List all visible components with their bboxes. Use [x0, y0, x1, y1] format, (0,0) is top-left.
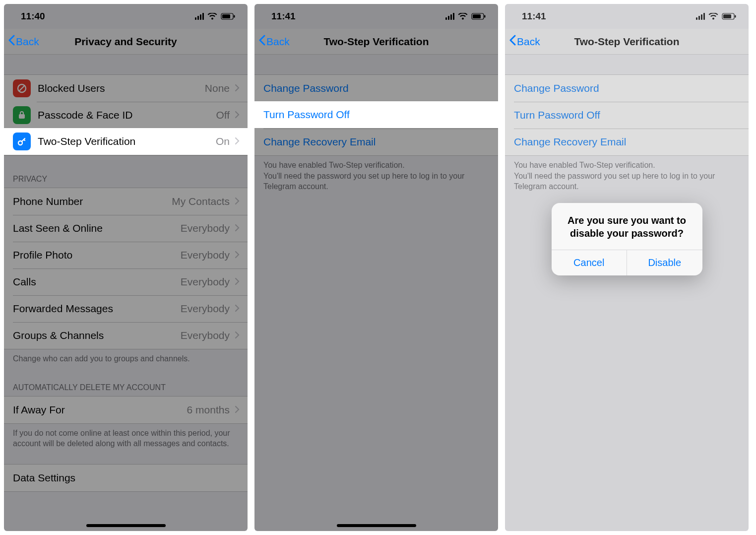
- battery-icon: [722, 13, 737, 20]
- svg-rect-5: [19, 114, 25, 119]
- profile-photo-row[interactable]: Profile Photo Everybody: [4, 242, 248, 268]
- chevron-right-icon: [235, 276, 240, 288]
- cell-label: Turn Password Off: [514, 109, 741, 121]
- cellular-icon: [696, 13, 705, 20]
- svg-line-4: [19, 86, 24, 91]
- change-recovery-email-row[interactable]: Change Recovery Email: [505, 129, 749, 155]
- screen-disable-alert: 11:41 Back Two-Step Verification Change …: [505, 4, 749, 531]
- status-indicators: [195, 13, 236, 20]
- cell-value: Off: [216, 109, 230, 121]
- cell-label: Passcode & Face ID: [38, 109, 216, 121]
- cell-label: Blocked Users: [38, 82, 205, 94]
- nav-bar: Back Privacy and Security: [4, 29, 248, 55]
- group-footer: You have enabled Two-Step verification. …: [254, 156, 498, 192]
- screen-two-step: 11:41 Back Two-Step Verification Change …: [254, 4, 498, 531]
- nav-bar: Back Two-Step Verification: [505, 29, 749, 55]
- svg-rect-12: [723, 14, 731, 18]
- cell-label: Change Password: [514, 82, 741, 94]
- data-settings-row[interactable]: Data Settings: [4, 465, 248, 491]
- turn-password-off-row[interactable]: Turn Password Off: [505, 102, 749, 129]
- cell-value: Everybody: [181, 222, 230, 234]
- turn-password-off-highlight[interactable]: Turn Password Off: [254, 101, 498, 128]
- wifi-icon: [708, 13, 718, 20]
- calls-row[interactable]: Calls Everybody: [4, 268, 248, 295]
- svg-rect-1: [222, 14, 230, 18]
- back-label: Back: [16, 36, 39, 48]
- back-label: Back: [517, 36, 540, 48]
- cell-label: Profile Photo: [13, 249, 181, 261]
- alert-cancel-button[interactable]: Cancel: [552, 250, 627, 275]
- cell-label: Calls: [13, 276, 181, 288]
- change-password-row[interactable]: Change Password: [254, 75, 498, 102]
- cell-label: Change Password: [263, 82, 490, 94]
- cell-value: Everybody: [181, 276, 230, 288]
- status-time: 11:41: [522, 11, 546, 22]
- chevron-right-icon: [235, 109, 240, 121]
- cellular-icon: [445, 13, 454, 20]
- lock-icon: [13, 106, 31, 124]
- cell-value: Everybody: [181, 330, 230, 341]
- cell-label: Change Recovery Email: [514, 136, 741, 148]
- chevron-left-icon: [258, 35, 265, 48]
- svg-rect-9: [473, 14, 481, 18]
- groups-channels-row[interactable]: Groups & Channels Everybody: [4, 322, 248, 349]
- auto-delete-group: AUTOMATICALLY DELETE MY ACCOUNT If Away …: [4, 383, 248, 449]
- change-recovery-email-row[interactable]: Change Recovery Email: [254, 129, 498, 155]
- group-footer: If you do not come online at least once …: [4, 424, 248, 449]
- home-indicator: [337, 524, 416, 527]
- key-icon: [13, 133, 31, 150]
- page-title: Two-Step Verification: [505, 36, 749, 48]
- wifi-icon: [207, 13, 217, 20]
- cell-label: Forwarded Messages: [13, 303, 181, 315]
- alert-disable-button[interactable]: Disable: [627, 250, 702, 275]
- cell-value: 6 months: [187, 404, 230, 416]
- svg-rect-13: [735, 15, 736, 18]
- screen-privacy-security: 11:40 Back Privacy and Security: [4, 4, 248, 531]
- group-header: PRIVACY: [4, 175, 248, 188]
- wifi-icon: [458, 13, 468, 20]
- cell-label: Groups & Channels: [13, 330, 181, 341]
- cell-label: Data Settings: [13, 472, 240, 484]
- page-title: Privacy and Security: [4, 36, 248, 48]
- forwarded-messages-row[interactable]: Forwarded Messages Everybody: [4, 295, 248, 322]
- back-button[interactable]: Back: [4, 35, 39, 48]
- two-step-options: Change Password Turn Password Off Change…: [505, 74, 749, 192]
- cell-value: Everybody: [181, 249, 230, 261]
- chevron-right-icon: [235, 330, 240, 341]
- status-indicators: [696, 13, 737, 20]
- blocked-icon: [13, 79, 31, 97]
- battery-icon: [471, 13, 486, 20]
- cell-label: Change Recovery Email: [263, 136, 490, 148]
- cell-value: Everybody: [181, 303, 230, 315]
- last-seen-row[interactable]: Last Seen & Online Everybody: [4, 215, 248, 242]
- cellular-icon: [195, 13, 204, 20]
- chevron-right-icon: [235, 404, 240, 416]
- svg-rect-2: [234, 15, 235, 18]
- chevron-right-icon: [235, 303, 240, 315]
- chevron-left-icon: [509, 35, 516, 48]
- chevron-right-icon: [235, 196, 240, 207]
- chevron-right-icon: [235, 222, 240, 234]
- cell-value: None: [205, 82, 230, 94]
- status-time: 11:41: [271, 11, 296, 22]
- passcode-row[interactable]: Passcode & Face ID Off: [4, 102, 248, 129]
- phone-number-row[interactable]: Phone Number My Contacts: [4, 188, 248, 215]
- change-password-row[interactable]: Change Password: [505, 75, 749, 102]
- cell-value: My Contacts: [172, 196, 230, 207]
- cell-label: Phone Number: [13, 196, 172, 207]
- cell-label: Turn Password Off: [263, 109, 490, 121]
- blocked-users-row[interactable]: Blocked Users None: [4, 75, 248, 102]
- back-button[interactable]: Back: [505, 35, 540, 48]
- status-bar: 11:41: [505, 4, 749, 29]
- data-settings-group: Data Settings: [4, 464, 248, 492]
- group-footer: You have enabled Two-Step verification. …: [505, 156, 749, 192]
- back-button[interactable]: Back: [254, 35, 290, 48]
- chevron-right-icon: [235, 249, 240, 261]
- cell-label: Last Seen & Online: [13, 222, 181, 234]
- two-step-row-highlight[interactable]: Two-Step Verification On: [4, 128, 248, 155]
- group-footer: Change who can add you to groups and cha…: [4, 349, 248, 364]
- cell-label: If Away For: [13, 404, 187, 416]
- disable-password-alert: Are you sure you want to disable your pa…: [552, 203, 702, 275]
- if-away-row[interactable]: If Away For 6 months: [4, 397, 248, 423]
- status-bar: 11:40: [4, 4, 248, 29]
